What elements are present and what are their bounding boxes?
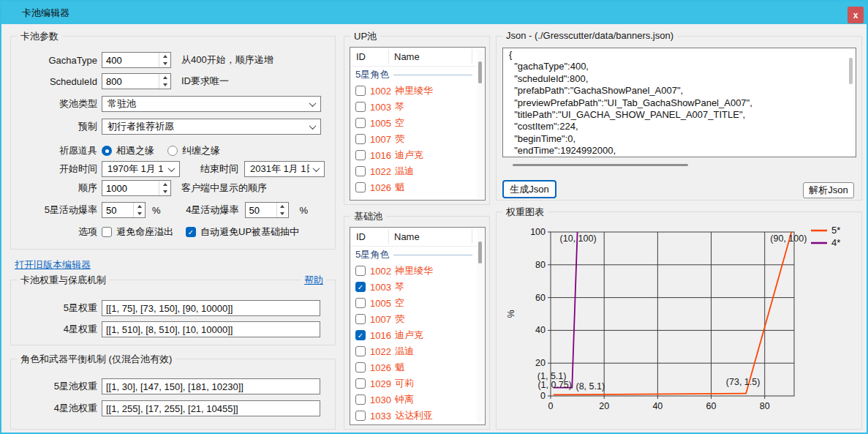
list-item-1035[interactable]: 1035七七 [350,424,477,425]
item-checkbox[interactable] [355,266,366,276]
scrollbar-thumb[interactable] [513,164,688,166]
list-item-1030[interactable]: 1030钟离 [350,392,477,408]
item-checkbox[interactable] [355,298,366,308]
pool5-weight-input[interactable] [102,378,320,394]
list-item-1026[interactable]: 1026魈 [350,359,477,375]
rate5-spinner[interactable] [102,202,146,218]
close-button[interactable]: x [848,7,864,23]
avoid-constellation-overflow-checkbox[interactable] [102,227,112,237]
series-line-4* [554,232,578,388]
gacha-type-input[interactable] [102,53,159,67]
item-checkbox[interactable] [355,394,366,405]
list-item-1005[interactable]: 1005空 [350,115,477,131]
weight4-input[interactable] [102,321,320,337]
item-checkbox[interactable] [355,86,366,96]
pool4-weight-input[interactable] [102,400,320,416]
scrollbar-thumb[interactable] [849,58,853,84]
start-time-picker[interactable]: 1970年 1月 1日 [102,161,180,177]
spin-down-icon[interactable] [134,210,145,217]
list-item-1003[interactable]: 1003琴 [350,99,477,115]
list-item-1033[interactable]: 1033达达利亚 [350,408,477,424]
rate4-spinner[interactable] [245,202,289,218]
item-id: 1003 [370,102,391,113]
item-checkbox[interactable] [355,378,366,389]
end-time-picker[interactable]: 2031年 1月 1日 [244,161,325,177]
pool-weights-group-title: 卡池权重与保底机制 [17,274,110,287]
scrollbar-thumb[interactable] [478,242,482,263]
help-link[interactable]: 帮助 [301,274,326,287]
item-checkbox[interactable] [355,282,366,292]
pool-type-combobox[interactable]: 常驻池 [102,96,321,112]
list-item-1022[interactable]: 1022温迪 [350,163,477,179]
item-checkbox[interactable] [355,102,366,112]
gacha-type-spin-buttons[interactable] [159,53,170,67]
spin-down-icon[interactable] [159,81,170,89]
rate4-input[interactable] [246,203,276,217]
spin-down-icon[interactable] [159,188,170,195]
json-vscrollbar[interactable] [847,49,855,156]
item-checkbox[interactable] [355,182,366,192]
spin-up-icon[interactable] [159,74,170,81]
rate5-input[interactable] [102,203,133,217]
list-item-1016[interactable]: 1016迪卢克 [350,147,477,163]
wish-item-label: 祈愿道具 [11,144,97,157]
schedule-id-spin-buttons[interactable] [159,74,170,89]
json-textarea[interactable]: { "gachaType":400, "scheduleId":800, "pr… [502,48,856,157]
list-item-1007[interactable]: 1007荧 [350,311,477,327]
item-checkbox[interactable] [355,330,366,340]
radio-acquaint-fate[interactable] [102,146,112,156]
item-id: 1007 [370,134,391,145]
titlebar[interactable]: 卡池编辑器 [1,1,867,24]
item-checkbox[interactable] [355,411,366,421]
gacha-type-spinner[interactable] [102,52,171,68]
item-checkbox[interactable] [355,346,366,356]
json-hscrollbar[interactable] [502,162,856,168]
order-input[interactable] [102,181,159,195]
scrollbar-thumb[interactable] [478,61,482,83]
spin-up-icon[interactable] [159,53,170,60]
parse-json-button[interactable]: 解析Json [803,182,854,198]
schedule-id-spinner[interactable] [102,73,171,89]
list-item-1005[interactable]: 1005空 [350,295,477,311]
tick-label-y: 0 [540,391,546,401]
spin-up-icon[interactable] [277,203,288,210]
item-checkbox[interactable] [355,362,366,373]
list-item-1029[interactable]: 1029可莉 [350,375,477,392]
item-checkbox[interactable] [355,314,366,324]
list-item-1003[interactable]: 1003琴 [350,279,477,295]
item-checkbox[interactable] [355,166,366,176]
order-spinner[interactable] [102,180,171,196]
rate4-spin-buttons[interactable] [276,203,288,217]
spin-down-icon[interactable] [159,60,170,67]
preset-combobox[interactable]: 初行者推荐祈愿 [102,119,321,135]
up-pool-list[interactable]: IDName5星角色1002神里绫华1003琴1005空1007荧1016迪卢克… [350,47,486,201]
spin-up-icon[interactable] [134,203,145,210]
item-checkbox[interactable] [355,150,366,160]
base-pool-scrollbar[interactable] [477,228,484,424]
auto-avoid-up-checkbox[interactable] [186,227,196,237]
radio-intertwined-fate[interactable] [167,146,178,156]
item-checkbox[interactable] [355,134,366,144]
list-item-1016[interactable]: 1016迪卢克 [350,327,477,343]
radio-intertwined-fate-label: 纠缠之缘 [182,144,220,157]
list-item-1007[interactable]: 1007荧 [350,131,477,147]
order-hint: 客户端中显示的顺序 [181,182,267,195]
spin-up-icon[interactable] [159,181,170,188]
order-spin-buttons[interactable] [159,181,170,195]
list-item-1026[interactable]: 1026魈 [350,179,477,195]
pool5-weight-row: 5星池权重 [11,378,335,394]
radio-acquaint-fate-label: 相遇之缘 [116,144,154,157]
open-legacy-editor-link[interactable]: 打开旧版本编辑器 [15,258,91,272]
rate5-spin-buttons[interactable] [133,203,145,217]
item-id: 1030 [370,394,391,405]
weight5-input[interactable] [102,300,320,316]
list-item-1002[interactable]: 1002神里绫华 [350,83,477,99]
base-pool-list[interactable]: IDName5星角色1002神里绫华1003琴1005空1007荧1016迪卢克… [350,227,486,425]
item-checkbox[interactable] [355,118,366,128]
spin-down-icon[interactable] [277,210,288,217]
up-pool-scrollbar[interactable] [477,48,484,199]
generate-json-button[interactable]: 生成Json [502,180,556,198]
list-item-1022[interactable]: 1022温迪 [350,343,477,359]
list-item-1002[interactable]: 1002神里绫华 [350,263,477,279]
schedule-id-input[interactable] [102,74,159,89]
